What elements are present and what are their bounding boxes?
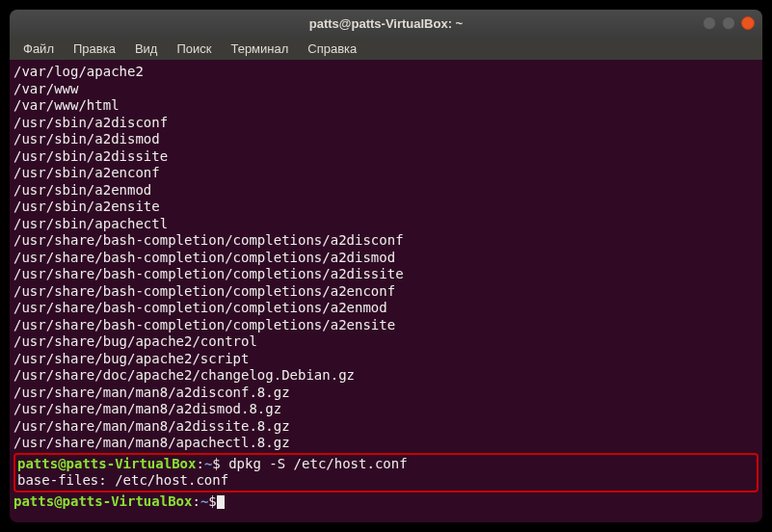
prompt-dollar: $ — [208, 493, 216, 509]
output-line: /usr/share/bug/apache2/control — [13, 333, 759, 351]
output-line: /usr/share/bash-completion/completions/a… — [13, 283, 759, 301]
prompt-dollar: $ — [212, 456, 220, 471]
output-line: /usr/sbin/apachectl — [13, 216, 759, 233]
maximize-icon[interactable] — [722, 16, 735, 30]
menu-search[interactable]: Поиск — [169, 40, 219, 58]
menu-terminal[interactable]: Терминал — [223, 40, 296, 58]
output-line: /usr/share/bash-completion/completions/a… — [13, 250, 759, 267]
menu-file[interactable]: Файл — [15, 40, 62, 58]
output-line: /var/www/html — [13, 97, 759, 115]
output-line: /usr/sbin/a2enmod — [13, 182, 759, 200]
prompt-line: patts@patts-VirtualBox:~$ — [13, 493, 759, 511]
output-line: /usr/share/man/man8/a2dissite.8.gz — [13, 418, 759, 436]
output-line: /usr/share/bash-completion/completions/a… — [13, 266, 759, 283]
prompt-separator: : — [196, 456, 203, 471]
output-line: /var/www — [13, 81, 759, 98]
output-line: /usr/share/bash-completion/completions/a… — [13, 300, 759, 317]
output-line: /usr/sbin/a2ensite — [13, 199, 759, 216]
output-line: /usr/share/bash-completion/completions/a… — [13, 317, 759, 334]
prompt-separator: : — [192, 493, 200, 509]
command-text: dpkg -S /etc/host.conf — [221, 456, 408, 471]
output-line: /usr/sbin/a2enconf — [13, 165, 759, 182]
menubar: Файл Правка Вид Поиск Терминал Справка — [10, 37, 762, 60]
output-line: /usr/share/doc/apache2/changelog.Debian.… — [13, 367, 759, 385]
prompt-line: patts@patts-VirtualBox:~$ dpkg -S /etc/h… — [17, 456, 755, 473]
menu-view[interactable]: Вид — [127, 40, 166, 58]
terminal-output[interactable]: /var/log/apache2 /var/www /var/www/html … — [10, 60, 762, 522]
window-title: patts@patts-VirtualBox: ~ — [309, 16, 463, 31]
output-line: /var/log/apache2 — [13, 64, 759, 81]
prompt-user-host: patts@patts-VirtualBox — [13, 493, 192, 509]
close-icon[interactable] — [741, 16, 755, 30]
cursor-icon — [217, 495, 225, 509]
window-controls — [703, 16, 755, 30]
prompt-user-host: patts@patts-VirtualBox — [17, 456, 196, 471]
highlight-annotation: patts@patts-VirtualBox:~$ dpkg -S /etc/h… — [13, 453, 759, 492]
output-line: /usr/sbin/a2dissite — [13, 148, 759, 166]
result-line: base-files: /etc/host.conf — [17, 472, 755, 490]
minimize-icon[interactable] — [703, 16, 716, 30]
titlebar[interactable]: patts@patts-VirtualBox: ~ — [10, 10, 762, 37]
terminal-window: patts@patts-VirtualBox: ~ Файл Правка Ви… — [10, 10, 762, 522]
output-line: /usr/share/bash-completion/completions/a… — [13, 232, 759, 250]
output-line: /usr/sbin/a2dismod — [13, 131, 759, 148]
output-line: /usr/share/man/man8/apachectl.8.gz — [13, 435, 759, 452]
output-line: /usr/share/man/man8/a2dismod.8.gz — [13, 401, 759, 418]
menu-edit[interactable]: Правка — [66, 40, 123, 58]
output-line: /usr/share/man/man8/a2disconf.8.gz — [13, 385, 759, 402]
output-line: /usr/sbin/a2disconf — [13, 115, 759, 132]
output-line: /usr/share/bug/apache2/script — [13, 351, 759, 368]
menu-help[interactable]: Справка — [300, 40, 364, 58]
